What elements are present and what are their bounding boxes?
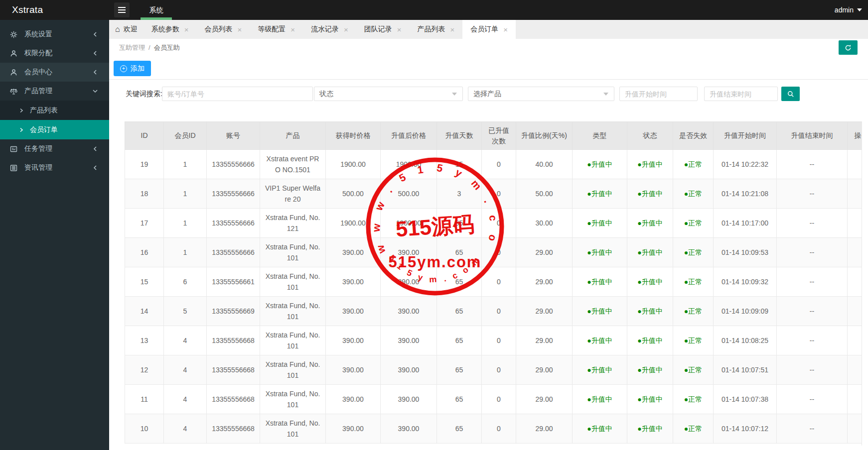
status-badge: ●升值中 <box>587 248 612 256</box>
table-cell-days: 65 <box>437 385 482 414</box>
sidebar-item-label: 系统设置 <box>24 30 92 39</box>
tab[interactable]: 等级配置× <box>250 20 303 39</box>
table-column-header: 会员ID <box>164 122 207 150</box>
table-cell-account: 13355556661 <box>207 267 260 297</box>
end-time-input[interactable] <box>704 87 778 101</box>
add-button[interactable]: + 添加 <box>114 61 151 76</box>
table-row: 15613355556661Xstrata Fund, No. 101390.0… <box>125 267 863 297</box>
keyword-search-label: 关键词搜索: <box>126 80 162 108</box>
status-badge: ●正常 <box>684 395 702 403</box>
table-cell-end-time: -- <box>777 385 848 414</box>
table-cell-member-id: 1 <box>164 179 207 209</box>
tab[interactable]: 产品列表× <box>410 20 463 39</box>
sidebar-item-member-center[interactable]: 会员中心 <box>0 63 109 82</box>
table-cell-product: Xstrata Fund, No. 101 <box>260 297 326 326</box>
hamburger-menu-icon[interactable] <box>114 2 130 17</box>
close-icon[interactable]: × <box>184 26 189 33</box>
table-cell-product: Xstrata Fund, No. 121 <box>260 209 326 238</box>
table-column-header: 升值后价格 <box>381 122 437 150</box>
table-cell-id: 13 <box>125 326 164 355</box>
table-cell-id: 19 <box>125 150 164 179</box>
table-cell-start-time: 01-14 10:09:32 <box>714 267 777 297</box>
table-cell-type: ●升值中 <box>573 414 627 444</box>
sidebar-menu: 系统设置 权限分配 会员中心 产品管理 <box>0 25 109 177</box>
close-icon[interactable]: × <box>450 26 455 33</box>
table-cell-start-time: 01-14 10:17:00 <box>714 209 777 238</box>
sidebar-item-label: 会员订单 <box>30 125 58 134</box>
sidebar-item-system-settings[interactable]: 系统设置 <box>0 25 109 44</box>
tab-label: 流水记录 <box>311 25 339 34</box>
table-cell-account: 13355556666 <box>207 238 260 267</box>
topnav-system[interactable]: 系统 <box>141 0 172 20</box>
table-cell-times: 0 <box>482 150 516 179</box>
table-cell-times: 0 <box>482 414 516 444</box>
keyword-input[interactable] <box>162 87 313 101</box>
table-row: 16113355556666Xstrata Fund, No. 101390.0… <box>125 238 863 267</box>
table-cell-actions <box>848 385 863 414</box>
table-cell-id: 16 <box>125 238 164 267</box>
table-cell-id: 18 <box>125 179 164 209</box>
table-column-header: 是否失效 <box>673 122 714 150</box>
table-cell-price-obtained: 500.00 <box>326 179 381 209</box>
table-cell-price-obtained: 390.00 <box>326 355 381 385</box>
table-cell-account: 13355556669 <box>207 297 260 326</box>
status-badge: ●升值中 <box>587 278 612 286</box>
table-column-header: 升值比例(天%) <box>516 122 573 150</box>
table-cell-type: ●升值中 <box>573 355 627 385</box>
close-icon[interactable]: × <box>237 26 242 33</box>
status-badge: ●正常 <box>684 190 702 198</box>
table-row: 11413355556668Xstrata Fund, No. 101390.0… <box>125 385 863 414</box>
close-icon[interactable]: × <box>290 26 295 33</box>
start-time-input[interactable] <box>619 87 698 101</box>
table-cell-start-time: 01-14 10:07:51 <box>714 355 777 385</box>
tab[interactable]: 流水记录× <box>303 20 356 39</box>
close-icon[interactable]: × <box>397 26 402 33</box>
table-cell-status: ●升值中 <box>627 414 673 444</box>
sidebar-item-product-management[interactable]: 产品管理 <box>0 82 109 101</box>
tab[interactable]: 会员列表× <box>196 20 250 39</box>
user-menu[interactable]: admin <box>835 0 862 20</box>
news-icon <box>10 164 17 172</box>
username: admin <box>835 0 854 20</box>
tab[interactable]: 会员订单× <box>462 20 516 39</box>
product-select[interactable]: 选择产品 <box>468 87 614 101</box>
table-cell-id: 15 <box>125 267 164 297</box>
tab[interactable]: ⌂欢迎 <box>109 20 144 39</box>
table-cell-days: 65 <box>437 238 482 267</box>
chevron-left-icon <box>92 31 98 37</box>
close-icon[interactable]: × <box>503 26 508 33</box>
table-cell-type: ●升值中 <box>573 297 627 326</box>
table-cell-end-time: -- <box>777 179 848 209</box>
permissions-icon <box>10 50 17 57</box>
sidebar-item-news-management[interactable]: 资讯管理 <box>0 158 109 177</box>
sidebar-item-member-orders[interactable]: 会员订单 <box>0 120 109 139</box>
sidebar-item-permissions[interactable]: 权限分配 <box>0 44 109 63</box>
table-cell-valid: ●正常 <box>673 179 714 209</box>
table-cell-product: Xstrata Fund, No. 101 <box>260 326 326 355</box>
table-cell-actions <box>848 179 863 209</box>
sidebar-item-task-management[interactable]: 任务管理 <box>0 139 109 158</box>
table-cell-product: Xstrata event PRO NO.1501 <box>260 150 326 179</box>
table-cell-times: 0 <box>482 209 516 238</box>
table-cell-account: 13355556668 <box>207 355 260 385</box>
table-cell-end-time: -- <box>777 267 848 297</box>
search-button[interactable] <box>781 87 800 101</box>
breadcrumb-parent[interactable]: 互助管理 <box>119 44 145 51</box>
table-cell-price-obtained: 390.00 <box>326 385 381 414</box>
close-icon[interactable]: × <box>344 26 348 33</box>
tab[interactable]: 团队记录× <box>356 20 410 39</box>
tab-label: 团队记录 <box>364 25 392 34</box>
table-cell-valid: ●正常 <box>673 150 714 179</box>
refresh-button[interactable] <box>839 40 858 55</box>
sidebar-item-product-list[interactable]: 产品列表 <box>0 101 109 120</box>
table-cell-status: ●升值中 <box>627 179 673 209</box>
table-cell-price-after: 390.00 <box>381 238 437 267</box>
table-cell-price-obtained: 1900.00 <box>326 209 381 238</box>
status-badge: ●正常 <box>684 337 702 344</box>
tab-bar: ⌂欢迎系统参数×会员列表×等级配置×流水记录×团队记录×产品列表×会员订单× <box>109 20 868 39</box>
table-cell-price-after: 1900.00 <box>381 150 437 179</box>
logo-strip: Xstrata <box>0 0 109 20</box>
status-select[interactable]: 状态 <box>314 87 463 101</box>
table-cell-times: 0 <box>482 238 516 267</box>
tab[interactable]: 系统参数× <box>144 20 197 39</box>
